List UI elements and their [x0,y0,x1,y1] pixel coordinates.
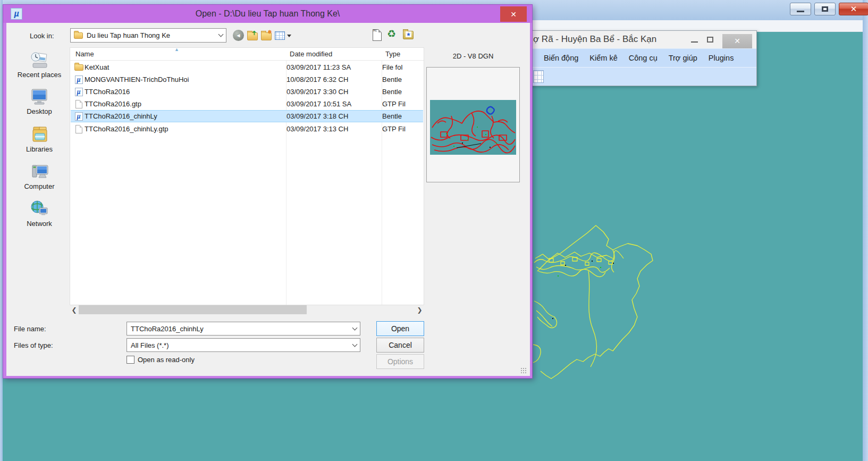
file-name: TTChoRa2016_chinhLy [85,112,286,120]
file-row[interactable]: TTChoRa2016_chinhLy.gtp 03/09/2017 3:13 … [71,123,423,135]
gtp-file-icon [73,125,85,133]
network-icon [29,199,50,219]
file-row[interactable]: TTChoRa2016.gtp 03/09/2017 10:51 SA GTP … [71,98,423,110]
open-button[interactable]: Open [376,321,424,336]
scroll-right-icon[interactable]: ❯ [415,305,424,314]
file-name-combobox[interactable]: TTChoRa2016_chinhLy [127,322,360,336]
views-menu-icon[interactable] [275,31,291,40]
dgn-preview-image [430,100,516,155]
resize-grip-icon[interactable] [520,367,527,374]
menu-plugins[interactable]: Plugins [709,54,734,62]
file-type: Bentle [382,88,423,96]
sidebar-item-desktop[interactable]: Desktop [11,87,68,115]
file-date: 03/09/2017 11:23 SA [286,63,382,71]
close-icon[interactable]: ✕ [500,6,527,22]
folder-up-icon[interactable] [247,32,258,40]
app-window-titlebar[interactable]: ợ Rã - Huyện Ba Bể - Bắc Kạn ✕ [526,31,756,48]
sidebar-item-label: Desktop [27,107,52,115]
window-caption-buttons: ✕ [790,3,868,15]
menu-tro-giup[interactable]: Trợ giúp [669,54,697,62]
file-name-value: TTChoRa2016_chinhLy [131,325,204,333]
scroll-left-icon[interactable]: ❮ [70,305,79,314]
look-in-combobox[interactable]: Du lieu Tap huan Thong Ke [70,28,226,43]
computer-icon [29,162,50,181]
chevron-down-icon [287,35,291,37]
sort-ascending-icon: ▲ [174,47,179,52]
file-type: File fol [382,63,423,71]
chevron-down-icon[interactable] [215,35,226,36]
new-folder-icon[interactable] [261,32,272,40]
dgn-file-icon [73,112,85,121]
app-window: ợ Rã - Huyện Ba Bể - Bắc Kạn ✕ Biến động… [525,30,757,86]
file-name: MONGVANTHIEN-TrichDoThuHoi [85,76,286,83]
folder-icon [73,64,85,71]
minimize-icon[interactable] [790,3,811,15]
sidebar-item-label: Recent places [18,71,61,79]
refresh-green-icon[interactable]: ♻ [387,28,396,40]
chevron-down-icon[interactable] [349,328,360,330]
column-header-date-modified[interactable]: Date modified [290,50,332,58]
close-icon[interactable]: ✕ [839,3,868,15]
file-row[interactable]: MONGVANTHIEN-TrichDoThuHoi 10/08/2017 6:… [71,73,423,86]
file-date: 03/09/2017 10:51 SA [286,100,382,108]
files-of-type-label: Files of type: [14,341,53,349]
menu-kiem-ke[interactable]: Kiểm kê [589,54,617,62]
maximize-icon[interactable] [707,37,713,43]
open-dialog-titlebar[interactable]: Open - D:\Du lieu Tap huan Thong Ke\ ✕ [3,5,532,23]
column-header-type[interactable]: Type [385,50,400,58]
folder-icon [74,32,83,39]
sidebar-item-recent-places[interactable]: Recent places [11,51,68,79]
chevron-down-icon[interactable] [349,345,360,346]
close-icon[interactable]: ✕ [722,34,752,48]
look-in-label: Look in: [30,32,54,40]
file-date: 10/08/2017 6:32 CH [286,76,382,83]
file-date: 03/09/2017 3:30 CH [286,88,382,96]
sidebar-item-computer[interactable]: Computer [11,162,68,190]
dgn-file-icon [73,76,85,84]
scrollbar-thumb[interactable] [79,305,307,314]
files-of-type-value: All Files (*.*) [131,341,169,349]
file-list: ▲ Name Date modified Type KetXuat 03/09/… [70,47,424,305]
sidebar-item-label: Network [27,220,52,228]
file-name: TTChoRa2016_chinhLy.gtp [85,125,286,133]
preview-format-label: 2D - V8 DGN [426,52,520,60]
file-row[interactable]: TTChoRa2016 03/09/2017 3:30 CH Bentle [71,86,423,98]
screen: ợ Rã - Huyện Ba Bể - Bắc Kạn ✕ Biến động… [0,0,868,461]
app-menubar: Biến động Kiểm kê Công cụ Trợ giúp Plugi… [526,48,756,67]
file-row[interactable]: KetXuat 03/09/2017 11:23 SA File fol [71,61,423,73]
sidebar-item-network[interactable]: Network [11,199,68,228]
minimize-icon[interactable] [691,41,698,43]
menu-cong-cu[interactable]: Công cụ [629,54,658,62]
scrollbar-track[interactable] [79,305,415,314]
menu-bien-dong[interactable]: Biến động [544,54,578,62]
new-design-file-icon[interactable] [373,29,382,41]
cadastral-map-drawing[interactable] [533,212,661,382]
file-date: 03/09/2017 3:18 CH [286,112,382,120]
horizontal-scrollbar[interactable]: ❮ ❯ [70,305,424,314]
cancel-button[interactable]: Cancel [376,338,424,353]
table-tool-icon[interactable] [533,70,544,83]
column-header-name[interactable]: Name [75,50,94,58]
read-only-label: Open as read-only [138,356,195,364]
options-button: Options [376,354,424,369]
sidebar-item-libraries[interactable]: Libraries [11,125,68,153]
file-type: GTP Fil [382,125,423,133]
recent-places-icon [29,51,50,70]
app-toolbar [526,67,756,86]
outer-window-right-border [863,0,868,461]
desktop-icon [29,87,50,106]
file-list-header: ▲ Name Date modified Type [70,48,424,61]
libraries-icon [29,125,50,144]
file-row-selected[interactable]: TTChoRa2016_chinhLy 03/09/2017 3:18 CH B… [71,110,423,122]
read-only-checkbox[interactable] [127,356,134,364]
file-type: Bentle [382,76,423,83]
folder-star-icon[interactable] [403,31,414,39]
files-of-type-combobox[interactable]: All Files (*.*) [127,338,360,352]
app-window-title: ợ Rã - Huyện Ba Bể - Bắc Kạn [533,34,656,45]
maximize-icon[interactable] [814,3,836,15]
back-icon[interactable] [233,30,244,41]
sidebar-item-label: Computer [24,182,54,190]
file-name: TTChoRa2016.gtp [85,100,286,108]
read-only-option[interactable]: Open as read-only [127,356,195,364]
file-date: 03/09/2017 3:13 CH [286,125,382,133]
